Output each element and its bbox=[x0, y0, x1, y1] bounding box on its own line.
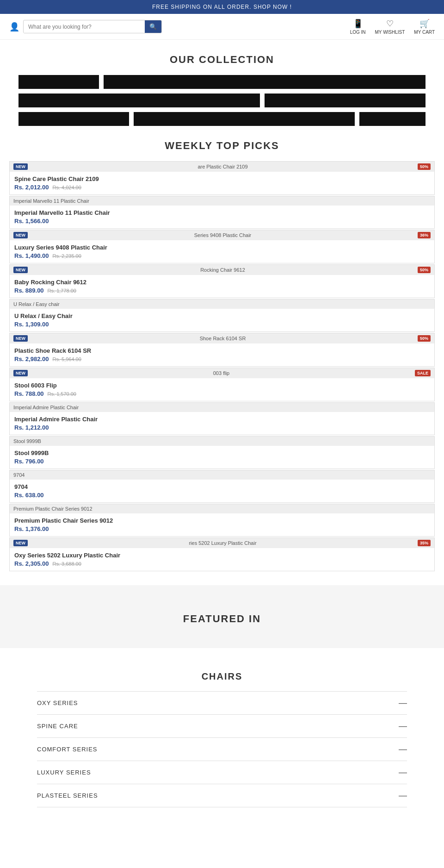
accordion-label: SPINE CARE bbox=[37, 723, 78, 730]
collection-img-3[interactable] bbox=[18, 94, 260, 107]
accordion-item[interactable]: COMFORT SERIES — bbox=[37, 738, 407, 761]
featured-section: FEATURED IN bbox=[0, 585, 444, 648]
product-body: Baby Rocking Chair 9612Rs. 889.00Rs. 1,7… bbox=[10, 275, 434, 298]
product-row[interactable]: NEWSeries 9408 Plastic Chair36%Luxury Se… bbox=[9, 230, 435, 263]
chairs-accordion: OXY SERIES — SPINE CARE — COMFORT SERIES… bbox=[37, 691, 407, 807]
product-row[interactable]: NEW003 flipSALEStool 6003 FlipRs. 788.00… bbox=[9, 368, 435, 401]
badge-sale: 50% bbox=[418, 163, 431, 170]
product-name: Spine Care Plastic Chair 2109 bbox=[14, 175, 430, 182]
search-bar: 🔍 bbox=[23, 20, 162, 33]
collection-img-4[interactable] bbox=[265, 94, 426, 107]
accordion-item[interactable]: OXY SERIES — bbox=[37, 691, 407, 715]
product-row[interactable]: Premium Plastic Chair Series 9012Premium… bbox=[9, 504, 435, 537]
badge-sale: SALE bbox=[415, 370, 431, 376]
product-header-bar: Imperial Marvello 11 Plastic Chair bbox=[10, 196, 434, 206]
product-header-bar: Stool 9999B bbox=[10, 437, 434, 446]
accordion-item[interactable]: LUXURY SERIES — bbox=[37, 761, 407, 784]
product-header-text: Stool 9999B bbox=[13, 438, 41, 444]
product-name: Plastic Shoe Rack 6104 SR bbox=[14, 347, 430, 354]
price-row: Rs. 1,490.00Rs. 2,235.00 bbox=[14, 252, 430, 259]
product-header-bar: NEWShoe Rack 6104 SR50% bbox=[10, 333, 434, 343]
product-header-text: Shoe Rack 6104 SR bbox=[200, 336, 246, 341]
price-current: Rs. 788.00 bbox=[14, 390, 44, 397]
product-body: 9704Rs. 638.00 bbox=[10, 480, 434, 502]
product-name: 9704 bbox=[14, 483, 430, 490]
product-body: Stool 6003 FlipRs. 788.00Rs. 1,570.00 bbox=[10, 378, 434, 401]
chairs-section: CHAIRS OXY SERIES — SPINE CARE — COMFORT… bbox=[0, 662, 444, 817]
product-row[interactable]: NEWries 5202 Luxury Plastic Chair35%Oxy … bbox=[9, 537, 435, 571]
badge-new: NEW bbox=[13, 335, 28, 342]
search-button[interactable]: 🔍 bbox=[145, 20, 161, 33]
product-header-text: U Relax / Easy chair bbox=[13, 301, 60, 307]
price-original: Rs. 1,570.00 bbox=[48, 391, 76, 397]
price-row: Rs. 1,212.00 bbox=[14, 424, 430, 431]
accordion-item[interactable]: PLASTEEL SERIES — bbox=[37, 784, 407, 807]
price-current: Rs. 1,566.00 bbox=[14, 218, 49, 225]
badge-new: NEW bbox=[13, 540, 28, 546]
collection-img-2[interactable] bbox=[104, 75, 426, 89]
product-row[interactable]: Stool 9999BStool 9999BRs. 796.00 bbox=[9, 436, 435, 469]
price-current: Rs. 1,490.00 bbox=[14, 252, 49, 259]
product-row[interactable]: Imperial Admire Plastic ChairImperial Ad… bbox=[9, 402, 435, 435]
product-header-bar: U Relax / Easy chair bbox=[10, 300, 434, 309]
product-header-text: 003 flip bbox=[213, 370, 229, 376]
weekly-title: WEEKLY TOP PICKS bbox=[9, 140, 435, 152]
price-row: Rs. 796.00 bbox=[14, 458, 430, 465]
badge-sale: 36% bbox=[418, 232, 431, 238]
search-input[interactable] bbox=[24, 21, 145, 33]
product-body: Luxury Series 9408 Plastic ChairRs. 1,49… bbox=[10, 240, 434, 263]
product-row[interactable]: U Relax / Easy chairU Relax / Easy Chair… bbox=[9, 299, 435, 332]
product-header-bar: Premium Plastic Chair Series 9012 bbox=[10, 504, 434, 513]
product-row[interactable]: Imperial Marvello 11 Plastic ChairImperi… bbox=[9, 196, 435, 229]
product-name: Stool 6003 Flip bbox=[14, 382, 430, 389]
product-row[interactable]: NEWRocking Chair 961250%Baby Rocking Cha… bbox=[9, 264, 435, 298]
product-header-bar: NEW003 flipSALE bbox=[10, 368, 434, 378]
product-name: U Relax / Easy Chair bbox=[14, 312, 430, 319]
price-current: Rs. 1,376.00 bbox=[14, 525, 49, 532]
price-original: Rs. 4,024.00 bbox=[52, 185, 81, 190]
login-nav-item[interactable]: 📱 LOG IN bbox=[350, 19, 366, 35]
collection-section: OUR COLLECTION bbox=[0, 54, 444, 126]
collection-img-5[interactable] bbox=[18, 112, 129, 126]
collection-img-6[interactable] bbox=[134, 112, 355, 126]
accordion-toggle-icon: — bbox=[399, 791, 407, 800]
price-current: Rs. 796.00 bbox=[14, 458, 44, 465]
product-row[interactable]: NEWare Plastic Chair 210950%Spine Care P… bbox=[9, 161, 435, 195]
price-current: Rs. 2,012.00 bbox=[14, 184, 49, 191]
product-row[interactable]: 97049704Rs. 638.00 bbox=[9, 470, 435, 503]
wishlist-nav-item[interactable]: ♡ MY WISHLIST bbox=[375, 19, 405, 35]
product-header-text: Premium Plastic Chair Series 9012 bbox=[13, 506, 92, 512]
product-body: Oxy Series 5202 Luxury Plastic ChairRs. … bbox=[10, 548, 434, 571]
price-row: Rs. 2,012.00Rs. 4,024.00 bbox=[14, 184, 430, 191]
collection-img-1[interactable] bbox=[18, 75, 99, 89]
product-name: Baby Rocking Chair 9612 bbox=[14, 279, 430, 286]
price-original: Rs. 5,964.00 bbox=[52, 356, 81, 362]
badge-new: NEW bbox=[13, 232, 28, 238]
login-icon: 📱 bbox=[353, 19, 363, 29]
price-current: Rs. 2,982.00 bbox=[14, 356, 49, 362]
price-original: Rs. 1,778.00 bbox=[48, 288, 76, 293]
featured-title: FEATURED IN bbox=[9, 613, 435, 625]
price-current: Rs. 1,309.00 bbox=[14, 321, 49, 328]
product-body: Premium Plastic Chair Series 9012Rs. 1,3… bbox=[10, 513, 434, 536]
accordion-toggle-icon: — bbox=[399, 721, 407, 731]
badge-sale: 35% bbox=[418, 540, 431, 546]
banner-text: FREE SHIPPING ON ALL ORDER. SHOP NOW ! bbox=[152, 4, 292, 10]
product-body: Imperial Admire Plastic ChairRs. 1,212.0… bbox=[10, 412, 434, 435]
price-current: Rs. 638.00 bbox=[14, 492, 44, 499]
collection-img-7[interactable] bbox=[359, 112, 426, 126]
user-icon: 👤 bbox=[9, 22, 19, 32]
product-header-text: Imperial Admire Plastic Chair bbox=[13, 405, 79, 410]
product-name: Imperial Admire Plastic Chair bbox=[14, 416, 430, 423]
product-body: Imperial Marvello 11 Plastic ChairRs. 1,… bbox=[10, 206, 434, 228]
product-row[interactable]: NEWShoe Rack 6104 SR50%Plastic Shoe Rack… bbox=[9, 333, 435, 367]
price-row: Rs. 889.00Rs. 1,778.00 bbox=[14, 287, 430, 294]
product-name: Luxury Series 9408 Plastic Chair bbox=[14, 244, 430, 251]
price-row: Rs. 1,376.00 bbox=[14, 525, 430, 532]
accordion-item[interactable]: SPINE CARE — bbox=[37, 715, 407, 738]
collection-row-2 bbox=[18, 94, 426, 107]
cart-nav-item[interactable]: 🛒 MY CART bbox=[414, 19, 435, 35]
product-header-bar: 9704 bbox=[10, 470, 434, 480]
product-body: Spine Care Plastic Chair 2109Rs. 2,012.0… bbox=[10, 172, 434, 194]
product-header-text: Imperial Marvello 11 Plastic Chair bbox=[13, 198, 89, 204]
